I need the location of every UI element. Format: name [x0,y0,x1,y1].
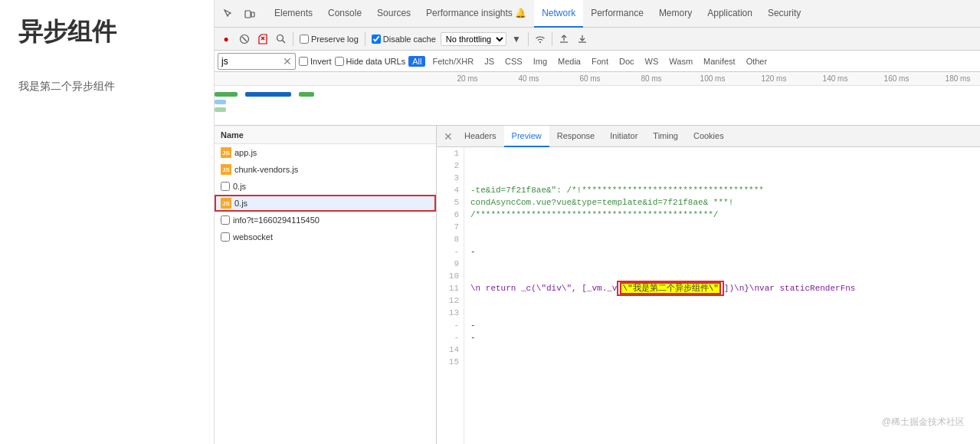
search-button[interactable] [273,31,290,48]
highlighted-chinese: \"我是第二个异步组件\" [620,282,720,294]
svg-rect-1 [251,12,254,17]
tab-performance-insights[interactable]: Performance insights 🔔 [418,0,534,28]
device-toolbar-icon[interactable] [239,3,261,25]
filter-options: Invert Hide data URLs All Fetch/XHR JS C… [299,56,771,67]
filter-wasm[interactable]: Wasm [665,56,696,67]
preview-panel: ✕ Headers Preview Response Initiator Tim… [437,126,980,444]
network-toolbar: ● Preserve log [215,28,980,51]
upload-icon[interactable] [556,31,572,48]
stop-recording-button[interactable] [236,31,253,48]
clear-search-icon[interactable]: ✕ [283,55,292,67]
filter-ws[interactable]: WS [641,56,663,67]
code-line-15 [470,356,980,368]
code-line-5: condAsyncCom.vue?vue&type=template&id=7f… [470,196,980,209]
file-item-0js-plain[interactable]: 0.js [215,178,436,195]
tab-network[interactable]: Network [534,0,583,28]
tick-80ms: 80 ms [621,74,682,83]
timeline-content [215,86,980,125]
toolbar-separator-4 [552,32,552,46]
preview-tab-headers[interactable]: Headers [457,126,504,147]
tick-100ms: 100 ms [682,74,743,83]
file-name-0js-plain: 0.js [233,182,246,191]
hide-data-urls-label[interactable]: Hide data URLs [335,57,406,66]
search-filter-row: ✕ Invert Hide data URLs All Fetch/XHR JS… [215,51,980,72]
filter-manifest[interactable]: Manifest [700,56,739,67]
throttle-dropdown-icon[interactable]: ▼ [508,31,525,48]
preview-tabs: ✕ Headers Preview Response Initiator Tim… [437,126,980,147]
timeline-track-2 [245,92,291,97]
code-line-11: \n return _c(\"div\", [_vm._v\"我是第二个异步组件… [470,282,980,294]
hide-data-urls-checkbox[interactable] [335,57,344,66]
record-button[interactable]: ● [218,31,234,48]
preserve-log-checkbox[interactable] [300,35,309,44]
code-line-dash2: - [470,319,980,331]
tick-140ms: 140 ms [805,74,866,83]
svg-line-8 [283,40,286,43]
code-line-4: -te&id=7f21f8ae&": /*!******************… [470,184,980,196]
tab-console[interactable]: Console [320,0,369,28]
invert-checkbox[interactable] [299,57,308,66]
tick-120ms: 120 ms [743,74,805,83]
line-numbers: 1 2 3 4 5 6 7 8 - 9 10 11 12 13 - - 14 [437,147,464,444]
filter-js[interactable]: JS [480,56,498,67]
file-item-info[interactable]: info?t=1660294115450 [215,212,436,229]
tick-40ms: 40 ms [498,74,559,83]
close-preview-icon[interactable]: ✕ [440,128,457,145]
code-line-2 [470,160,980,172]
code-content: -te&id=7f21f8ae&": /*!******************… [464,147,980,444]
disable-cache-checkbox[interactable] [372,35,381,44]
code-highlighted-text: \"我是第二个异步组件\" [617,281,723,296]
clear-button[interactable] [254,31,271,48]
tab-security[interactable]: Security [760,0,808,28]
watermark: @稀土掘金技术社区 [882,416,965,429]
filter-img[interactable]: Img [529,56,551,67]
toolbar-separator [293,32,293,46]
js-file-icon-3: JS [221,198,231,209]
invert-label[interactable]: Invert [299,57,332,66]
tab-sources[interactable]: Sources [369,0,418,28]
filter-all[interactable]: All [408,56,425,67]
preview-tab-response[interactable]: Response [549,126,603,147]
file-item-appjs[interactable]: JS app.js [215,144,436,161]
filter-css[interactable]: CSS [501,56,526,67]
filter-media[interactable]: Media [554,56,585,67]
filter-fetch-xhr[interactable]: Fetch/XHR [428,56,477,67]
code-line-14 [470,344,980,356]
tab-memory[interactable]: Memory [651,0,700,28]
download-icon[interactable] [574,31,591,48]
filter-doc[interactable]: Doc [615,56,638,67]
devtools-panel: Elements Console Sources Performance ins… [215,0,980,444]
file-list: Name JS app.js JS chunk-vendors.js 0.js … [215,126,437,444]
file-checkbox-0js[interactable] [221,182,230,191]
preserve-log-label[interactable]: Preserve log [297,35,362,44]
svg-marker-4 [259,35,267,44]
filter-input[interactable] [221,56,283,67]
code-line-dash1: - [470,245,980,258]
toolbar-separator-3 [528,32,529,46]
preview-tab-initiator[interactable]: Initiator [602,126,645,147]
file-item-websocket[interactable]: websocket [215,229,436,245]
tab-application[interactable]: Application [700,0,760,28]
inspect-element-icon[interactable] [218,3,239,25]
code-line-6: /***************************************… [470,209,980,221]
tab-performance[interactable]: Performance [583,0,651,28]
wifi-icon [532,31,549,48]
file-checkbox-info[interactable] [221,215,230,225]
filter-font[interactable]: Font [588,56,612,67]
file-checkbox-websocket[interactable] [221,232,230,242]
tab-elements[interactable]: Elements [267,0,320,28]
search-box[interactable]: ✕ [218,53,296,70]
code-view: 1 2 3 4 5 6 7 8 - 9 10 11 12 13 - - 14 [437,147,980,444]
file-item-vendorsjs[interactable]: JS chunk-vendors.js [215,161,436,178]
tick-20ms: 20 ms [437,74,498,83]
toolbar-separator-2 [365,32,365,46]
code-line-9 [470,258,980,270]
disable-cache-label[interactable]: Disable cache [369,35,439,44]
filter-other[interactable]: Other [742,56,772,67]
file-item-0js-selected[interactable]: JS 0.js [215,195,436,212]
preview-tab-timing[interactable]: Timing [645,126,686,147]
timeline-bar: 20 ms 40 ms 60 ms 80 ms 100 ms 120 ms 14… [215,72,980,126]
throttle-select[interactable]: No throttling [441,32,506,46]
preview-tab-cookies[interactable]: Cookies [686,126,732,147]
preview-tab-preview[interactable]: Preview [504,126,549,147]
